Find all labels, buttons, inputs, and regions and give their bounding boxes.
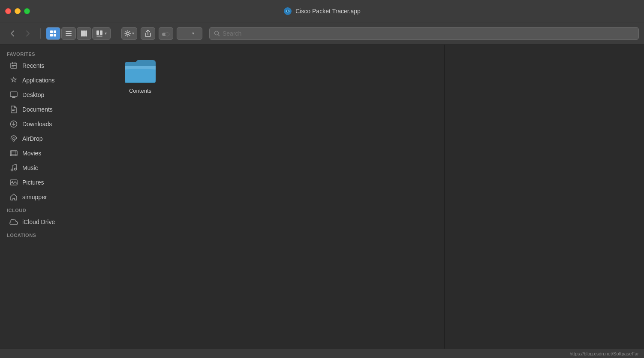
svg-rect-11 [85, 30, 87, 36]
sidebar-item-downloads[interactable]: Downloads [3, 117, 107, 131]
svg-rect-12 [96, 30, 99, 35]
more-dropdown-arrow: ▾ [192, 31, 194, 36]
downloads-icon [9, 120, 18, 128]
svg-rect-9 [81, 30, 83, 36]
svg-point-36 [11, 169, 13, 171]
file-area: Contents [110, 45, 444, 349]
svg-rect-21 [15, 62, 15, 64]
icloud-icon [9, 218, 18, 226]
app-icon [283, 7, 292, 15]
movies-icon [9, 149, 18, 158]
action-button[interactable]: ▾ [121, 27, 137, 40]
contents-folder-label: Contents [129, 88, 151, 94]
sidebar-music-label: Music [22, 164, 38, 171]
separator-2 [116, 28, 116, 39]
sidebar-item-documents[interactable]: Documents [3, 103, 107, 116]
sidebar-applications-label: Applications [22, 77, 55, 84]
documents-icon [9, 105, 18, 114]
airdrop-icon [9, 134, 18, 143]
svg-rect-5 [54, 34, 56, 36]
search-icon [214, 30, 220, 36]
svg-rect-6 [66, 31, 72, 32]
maximize-button[interactable] [24, 8, 30, 14]
contents-folder[interactable]: Contents [119, 53, 162, 97]
gallery-dropdown-arrow: ▾ [105, 31, 107, 36]
sidebar-item-airdrop[interactable]: AirDrop [3, 132, 107, 146]
back-button[interactable] [5, 27, 20, 40]
svg-rect-28 [12, 110, 15, 111]
sidebar-item-movies[interactable]: Movies [3, 146, 107, 160]
toolbar: ▾ ▾ ▾ [0, 22, 644, 45]
action-dropdown-arrow: ▾ [132, 31, 134, 36]
svg-rect-22 [12, 65, 16, 66]
view-list-button[interactable] [61, 27, 76, 40]
home-icon [9, 193, 18, 201]
traffic-lights [5, 8, 30, 14]
svg-rect-4 [50, 34, 53, 36]
search-input[interactable] [223, 30, 634, 37]
svg-rect-7 [66, 33, 72, 34]
favorites-section-label: Favorites [0, 48, 110, 58]
svg-rect-26 [13, 97, 15, 97]
sidebar-pictures-label: Pictures [22, 179, 44, 186]
share-button[interactable] [141, 27, 155, 40]
sidebar-item-applications[interactable]: Applications [3, 73, 107, 87]
sidebar-airdrop-label: AirDrop [22, 135, 42, 142]
svg-rect-2 [50, 30, 53, 33]
search-bar[interactable] [209, 27, 639, 40]
sidebar-item-icloud-drive[interactable]: iCloud Drive [3, 215, 107, 229]
view-columns-button[interactable] [77, 27, 91, 40]
view-buttons: ▾ [46, 27, 111, 40]
forward-button[interactable] [21, 27, 35, 40]
more-button[interactable]: ▾ [177, 27, 202, 40]
sidebar-item-desktop[interactable]: Desktop [3, 88, 107, 102]
window-title: Cisco Packet Tracer.app [283, 7, 361, 15]
sidebar-icloud-drive-label: iCloud Drive [22, 218, 55, 225]
minimize-button[interactable] [15, 8, 21, 14]
sidebar-item-recents[interactable]: Recents [3, 59, 107, 73]
sidebar-item-pictures[interactable]: Pictures [3, 176, 107, 189]
svg-rect-3 [54, 30, 56, 33]
tag-button[interactable] [159, 27, 173, 40]
sidebar-recents-label: Recents [22, 62, 44, 69]
recents-icon [9, 61, 18, 70]
sidebar-simupper-label: simupper [22, 194, 47, 200]
more-label [185, 30, 190, 37]
sidebar: Favorites Recents Applications [0, 45, 110, 349]
svg-point-37 [15, 168, 17, 170]
sidebar-documents-label: Documents [22, 106, 53, 113]
folder-icon [123, 57, 157, 84]
svg-rect-8 [66, 35, 72, 36]
svg-point-15 [126, 32, 129, 35]
svg-rect-24 [10, 92, 17, 97]
applications-icon [9, 76, 18, 85]
sidebar-movies-label: Movies [22, 150, 41, 157]
main-content: Favorites Recents Applications [0, 45, 644, 349]
svg-rect-10 [83, 30, 85, 36]
close-button[interactable] [5, 8, 11, 14]
desktop-icon [9, 91, 18, 99]
svg-rect-34 [11, 151, 12, 156]
pictures-icon [9, 178, 18, 187]
title-bar: Cisco Packet Tracer.app [0, 0, 644, 22]
sidebar-desktop-label: Desktop [22, 91, 44, 98]
view-gallery-button[interactable]: ▾ [92, 27, 111, 40]
separator-1 [40, 28, 41, 39]
locations-section-label: Locations [0, 229, 110, 240]
sidebar-item-simupper[interactable]: simupper [3, 190, 107, 204]
svg-rect-13 [100, 30, 102, 35]
sidebar-item-music[interactable]: Music [3, 161, 107, 175]
svg-point-30 [13, 140, 15, 141]
nav-buttons [5, 27, 35, 40]
status-bar: https://blog.csdn.net/SoftpaseFar [0, 349, 644, 358]
icloud-section-label: iCloud [0, 204, 110, 215]
svg-rect-14 [96, 36, 102, 36]
svg-rect-20 [12, 62, 13, 64]
sidebar-downloads-label: Downloads [22, 121, 52, 127]
preview-panel [444, 45, 644, 349]
status-text: https://blog.csdn.net/SoftpaseFar [570, 351, 639, 356]
svg-rect-27 [12, 109, 15, 109]
svg-rect-23 [12, 67, 14, 67]
svg-point-1 [287, 10, 289, 12]
view-grid-button[interactable] [46, 27, 60, 40]
